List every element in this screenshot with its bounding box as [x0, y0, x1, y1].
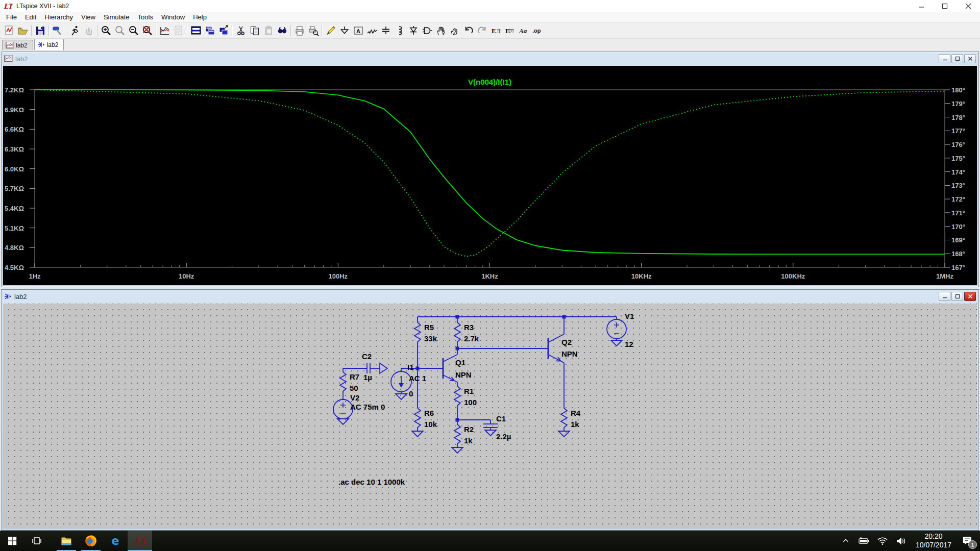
toolbar-open-file-button[interactable]	[16, 24, 30, 37]
toolbar-run-simulation-button[interactable]	[68, 24, 82, 37]
I1-dc-value[interactable]: 0	[409, 389, 413, 398]
toolbar-zoom-in-button[interactable]	[99, 24, 113, 37]
V2-ref[interactable]: V2	[350, 393, 359, 402]
taskbar-file-explorer[interactable]	[54, 531, 79, 551]
close-button[interactable]	[957, 0, 980, 12]
task-view-button[interactable]	[24, 531, 49, 551]
toolbar-print-button[interactable]	[292, 24, 306, 37]
child-minimize-button[interactable]	[939, 292, 950, 301]
component-R6-resistor[interactable]	[414, 408, 421, 428]
waveform-plot-svg[interactable]: V(n004)/I(I1)7.2KΩ6.9KΩ6.6KΩ6.3KΩ6.0KΩ5.…	[3, 66, 977, 284]
child-minimize-button[interactable]	[939, 54, 950, 63]
component-R4-resistor[interactable]	[561, 408, 567, 428]
toolbar-tile-horizontal-button[interactable]	[189, 24, 203, 37]
child-maximize-button[interactable]	[951, 54, 963, 63]
toolbar-autorange-y-axis-button[interactable]	[158, 24, 172, 37]
Q2-type[interactable]: NPN	[561, 349, 578, 358]
toolbar-cascade-windows-button[interactable]	[216, 24, 230, 37]
toolbar-save-button[interactable]	[33, 24, 47, 37]
C1-value[interactable]: 2.2µ	[496, 432, 511, 441]
menu-file[interactable]: File	[2, 12, 21, 22]
taskbar-clock[interactable]: 20:20 10/07/2017	[912, 532, 955, 549]
spice-directive[interactable]: .ac dec 10 1 1000k	[338, 478, 405, 486]
toolbar-zoom-full-extents-button[interactable]	[140, 24, 154, 37]
child-close-button[interactable]	[964, 292, 976, 301]
toolbar-place-resistor-button[interactable]	[365, 24, 379, 37]
toolbar-spice-directive-op-button[interactable]: .op	[530, 24, 544, 37]
C2-ref[interactable]: C2	[362, 352, 372, 361]
window-title: LTspice XVII - lab2	[16, 3, 69, 10]
menu-view[interactable]: View	[77, 12, 100, 22]
toolbar-control-panel-button[interactable]	[51, 24, 64, 37]
C1-ref[interactable]: C1	[496, 414, 506, 423]
schematic-window-titlebar[interactable]: lab2	[2, 290, 978, 303]
schematic-canvas[interactable]: R533kR32.7kR750R610kR1100R21kR41kQ1NPNQ2…	[3, 304, 977, 529]
start-button[interactable]	[0, 531, 24, 551]
taskbar-edge[interactable]: e	[103, 531, 128, 551]
action-center-button[interactable]: 1	[959, 532, 976, 549]
toolbar-cut-button[interactable]	[234, 24, 248, 37]
toolbar-redo-button[interactable]	[475, 24, 489, 37]
toolbar-spice-netlist-button[interactable]	[172, 24, 185, 37]
toolbar-tile-vertical-button[interactable]	[203, 24, 216, 37]
V2-value[interactable]: AC 75m 0	[350, 403, 385, 411]
component-V1-voltage-source[interactable]	[607, 319, 626, 339]
child-maximize-button[interactable]	[951, 292, 963, 301]
toolbar-mirror-button[interactable]: EE	[489, 24, 503, 37]
V1-value[interactable]: 12	[625, 340, 633, 348]
taskbar-firefox[interactable]	[79, 531, 103, 551]
C2-value[interactable]: 1µ	[363, 373, 372, 382]
toolbar-place-ground-button[interactable]	[337, 24, 351, 37]
toolbar-undo-button[interactable]	[461, 24, 475, 37]
I1-ref[interactable]: I1	[407, 363, 414, 371]
toolbar-place-diode-button[interactable]	[406, 24, 420, 37]
Q2-ref[interactable]: Q2	[561, 338, 572, 346]
title-bar[interactable]: LT LTspice XVII - lab2	[0, 0, 980, 12]
toolbar-zoom-back-button[interactable]	[113, 24, 127, 37]
I1-ac-value[interactable]: AC 1	[409, 374, 426, 383]
toolbar-paste-button[interactable]	[261, 24, 275, 37]
V1-ref[interactable]: V1	[625, 312, 634, 320]
menu-window[interactable]: Window	[157, 12, 189, 22]
toolbar-zoom-out-button[interactable]	[127, 24, 140, 37]
toolbar-place-capacitor-button[interactable]	[379, 24, 393, 37]
component-R5-resistor[interactable]	[414, 322, 421, 342]
tray-chevron-up-icon[interactable]	[838, 533, 853, 548]
toolbar-rotate-button[interactable]: EE	[503, 24, 517, 37]
component-R7-resistor[interactable]	[340, 372, 346, 391]
waveform-window-titlebar[interactable]: lab2	[2, 52, 978, 65]
toolbar-drag-button[interactable]	[448, 24, 461, 37]
tab-waveform[interactable]: lab2	[2, 40, 33, 50]
toolbar-draw-wire-button[interactable]	[324, 24, 337, 37]
toolbar-place-net-label-button[interactable]: A	[351, 24, 365, 37]
toolbar-place-component-button[interactable]	[420, 24, 434, 37]
taskbar-ltspice[interactable]: LT	[128, 531, 152, 551]
Q1-type[interactable]: NPN	[455, 370, 472, 379]
minimize-button[interactable]	[910, 0, 933, 12]
toolbar-place-text-button[interactable]: Aa	[517, 24, 530, 37]
waveform-window[interactable]: lab2 V(n004)/I(I1)7.2KΩ6.9KΩ6.6KΩ6.3KΩ6.…	[1, 52, 979, 287]
menu-hierarchy[interactable]: Hierarchy	[40, 12, 77, 22]
tray-volume-icon[interactable]	[893, 533, 909, 548]
component-R3-resistor[interactable]	[454, 322, 460, 342]
toolbar-halt-simulation-button[interactable]	[82, 24, 95, 37]
tray-wifi-icon[interactable]	[875, 533, 890, 548]
menu-simulate[interactable]: Simulate	[100, 12, 134, 22]
toolbar-new-schematic-button[interactable]	[2, 24, 16, 37]
toolbar-place-inductor-button[interactable]	[393, 24, 406, 37]
maximize-button[interactable]	[933, 0, 957, 12]
component-R1-resistor[interactable]	[454, 386, 460, 406]
Q1-ref[interactable]: Q1	[455, 358, 465, 367]
menu-edit[interactable]: Edit	[21, 12, 40, 22]
menu-tools[interactable]: Tools	[134, 12, 157, 22]
toolbar-print-preview-button[interactable]	[306, 24, 320, 37]
toolbar-copy-button[interactable]	[248, 24, 261, 37]
tray-battery-icon[interactable]	[856, 533, 872, 548]
toolbar-move-button[interactable]	[434, 24, 448, 37]
toolbar-find-button[interactable]	[275, 24, 289, 37]
menu-help[interactable]: Help	[189, 12, 211, 22]
child-close-button[interactable]	[964, 54, 976, 63]
tab-schematic[interactable]: lab2	[34, 39, 64, 50]
component-R2-resistor[interactable]	[454, 424, 460, 444]
schematic-window[interactable]: lab2 R533kR32.7kR750R610kR1100R21kR41kQ1…	[1, 289, 979, 531]
